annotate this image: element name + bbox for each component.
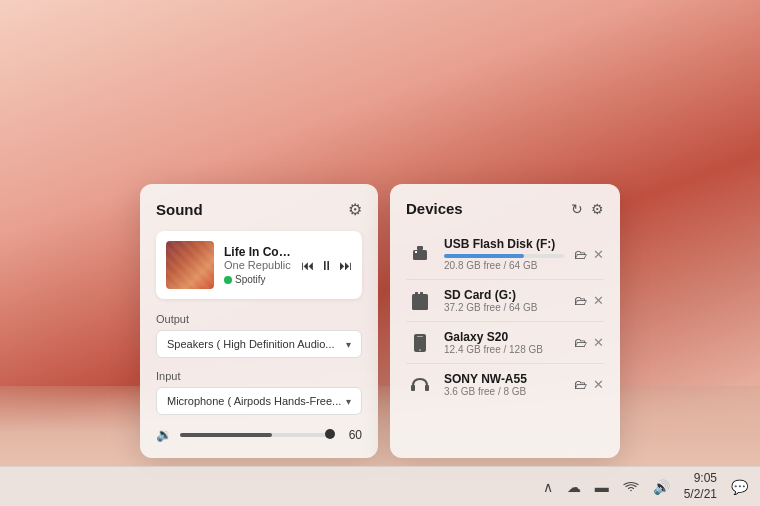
sd-actions: 🗁 ✕	[574, 293, 604, 308]
volume-slider[interactable]	[180, 433, 334, 437]
screen-icon[interactable]: ▬	[595, 479, 609, 495]
sd-icon	[406, 291, 434, 311]
sd-storage: 37.2 GB free / 64 GB	[444, 302, 564, 313]
input-value: Microphone ( Airpods Hands-Free...	[167, 395, 341, 407]
usb-icon	[406, 244, 434, 264]
volume-value: 60	[342, 428, 362, 442]
phone-eject-button[interactable]: ✕	[593, 335, 604, 350]
artist-name: One Republic	[224, 259, 291, 271]
devices-panel: Devices ↻ ⚙ USB Flash Disk (F:)	[390, 184, 620, 458]
phone-name: Galaxy S20	[444, 330, 564, 344]
track-info: Life In Color One Republic Spotify	[224, 245, 291, 285]
usb-eject-button[interactable]: ✕	[593, 247, 604, 262]
input-label: Input	[156, 370, 362, 382]
sound-panel: Sound ⚙ Life In Color One Republic Spoti…	[140, 184, 378, 458]
chevron-up-icon[interactable]: ∧	[543, 479, 553, 495]
phone-info: Galaxy S20 12.4 GB free / 128 GB	[444, 330, 564, 355]
usb-open-button[interactable]: 🗁	[574, 247, 587, 262]
phone-icon	[406, 333, 434, 353]
spotify-badge: Spotify	[224, 274, 291, 285]
svg-rect-9	[411, 385, 415, 391]
next-button[interactable]: ⏭	[339, 258, 352, 273]
device-item-sd: SD Card (G:) 37.2 GB free / 64 GB 🗁 ✕	[406, 280, 604, 322]
prev-button[interactable]: ⏮	[301, 258, 314, 273]
sd-eject-button[interactable]: ✕	[593, 293, 604, 308]
sound-gear-icon[interactable]: ⚙	[348, 200, 362, 219]
usb-name: USB Flash Disk (F:)	[444, 237, 564, 251]
sony-info: SONY NW-A55 3.6 GB free / 8 GB	[444, 372, 564, 397]
devices-refresh-icon[interactable]: ↻	[571, 201, 583, 217]
input-dropdown[interactable]: Microphone ( Airpods Hands-Free... ▾	[156, 387, 362, 415]
devices-header-icons: ↻ ⚙	[571, 201, 604, 217]
taskbar-time: 9:05	[684, 471, 717, 487]
sony-eject-button[interactable]: ✕	[593, 377, 604, 392]
headphones-icon	[406, 376, 434, 394]
phone-actions: 🗁 ✕	[574, 335, 604, 350]
volume-row: 🔉 60	[156, 427, 362, 442]
svg-rect-2	[415, 251, 417, 253]
sound-panel-title: Sound	[156, 201, 203, 218]
track-name: Life In Color	[224, 245, 291, 259]
output-label: Output	[156, 313, 362, 325]
sony-name: SONY NW-A55	[444, 372, 564, 386]
svg-rect-4	[415, 292, 418, 297]
panels-container: Sound ⚙ Life In Color One Republic Spoti…	[140, 184, 620, 458]
volume-taskbar-icon[interactable]: 🔊	[653, 479, 670, 495]
svg-rect-5	[420, 292, 423, 297]
sd-info: SD Card (G:) 37.2 GB free / 64 GB	[444, 288, 564, 313]
output-dropdown[interactable]: Speakers ( High Definition Audio... ▾	[156, 330, 362, 358]
output-value: Speakers ( High Definition Audio...	[167, 338, 335, 350]
device-item-sony: SONY NW-A55 3.6 GB free / 8 GB 🗁 ✕	[406, 364, 604, 405]
media-controls: ⏮ ⏸ ⏭	[301, 258, 352, 273]
output-dropdown-arrow: ▾	[346, 339, 351, 350]
phone-open-button[interactable]: 🗁	[574, 335, 587, 350]
usb-progress-bar	[444, 254, 564, 258]
spotify-dot	[224, 276, 232, 284]
usb-fill	[444, 254, 524, 258]
device-item-phone: Galaxy S20 12.4 GB free / 128 GB 🗁 ✕	[406, 322, 604, 364]
taskbar-time-date: 9:05 5/2/21	[684, 471, 717, 502]
input-dropdown-arrow: ▾	[346, 396, 351, 407]
now-playing-card: Life In Color One Republic Spotify ⏮ ⏸ ⏭	[156, 231, 362, 299]
phone-storage: 12.4 GB free / 128 GB	[444, 344, 564, 355]
wifi-icon[interactable]	[623, 481, 639, 493]
sony-actions: 🗁 ✕	[574, 377, 604, 392]
play-pause-button[interactable]: ⏸	[320, 258, 333, 273]
cloud-icon[interactable]: ☁	[567, 479, 581, 495]
svg-point-8	[419, 349, 421, 351]
taskbar: ∧ ☁ ▬ 🔊 9:05 5/2/21 💬	[0, 466, 760, 506]
sony-storage: 3.6 GB free / 8 GB	[444, 386, 564, 397]
devices-gear-icon[interactable]: ⚙	[591, 201, 604, 217]
sound-panel-header: Sound ⚙	[156, 200, 362, 219]
sd-open-button[interactable]: 🗁	[574, 293, 587, 308]
volume-icon: 🔉	[156, 427, 172, 442]
svg-rect-7	[417, 336, 423, 337]
device-item-usb: USB Flash Disk (F:) 20.8 GB free / 64 GB…	[406, 229, 604, 280]
album-art	[166, 241, 214, 289]
devices-panel-title: Devices	[406, 200, 463, 217]
usb-actions: 🗁 ✕	[574, 247, 604, 262]
usb-storage: 20.8 GB free / 64 GB	[444, 260, 564, 271]
sd-name: SD Card (G:)	[444, 288, 564, 302]
volume-fill	[180, 433, 272, 437]
usb-info: USB Flash Disk (F:) 20.8 GB free / 64 GB	[444, 237, 564, 271]
spotify-label: Spotify	[235, 274, 266, 285]
sony-open-button[interactable]: 🗁	[574, 377, 587, 392]
taskbar-date: 5/2/21	[684, 487, 717, 503]
devices-panel-header: Devices ↻ ⚙	[406, 200, 604, 217]
svg-rect-1	[417, 246, 423, 250]
volume-thumb[interactable]	[325, 429, 335, 439]
notification-icon[interactable]: 💬	[731, 479, 748, 495]
svg-rect-10	[425, 385, 429, 391]
